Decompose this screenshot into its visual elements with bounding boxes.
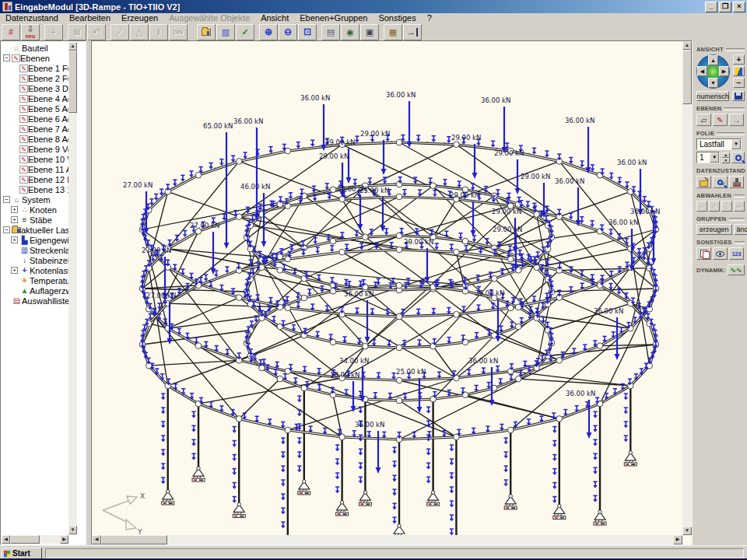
clean-data-button[interactable] (696, 176, 711, 188)
plane-select-button[interactable]: ▱ (696, 114, 711, 126)
tree-item-ebene-5-ach[interactable]: ✎Ebene 5 Ach (2, 103, 77, 114)
canvas-hscroll-track[interactable] (101, 535, 673, 544)
tree-item-stabeinzellas[interactable]: ↓Stabeinzellas (2, 255, 77, 265)
canvas-scroll-left[interactable]: ◀ (92, 535, 101, 544)
expand-icon[interactable]: + (11, 267, 18, 274)
maximize-button[interactable]: ❒ (719, 2, 731, 12)
canvas-hscroll-thumb[interactable] (101, 535, 167, 544)
menu-datenzustand[interactable]: Datenzustand (0, 13, 64, 23)
expand-icon[interactable]: + (11, 206, 18, 213)
tree-item-ebene-12-eg[interactable]: ✎Ebene 12 EG (2, 174, 77, 184)
tree-item-auflagerzwan[interactable]: ▲Auflagerzwan (2, 285, 77, 296)
plane-edit-button[interactable]: ✎ (713, 114, 728, 126)
rotate-right-button[interactable]: ▶ (719, 66, 729, 76)
menu-bearbeiten[interactable]: Bearbeiten (64, 13, 116, 23)
zoom-in-button[interactable]: ⊕ (259, 24, 278, 40)
tree-item-aktueller-lastfall[interactable]: −aktueller Lastfall (2, 225, 77, 235)
copy-pages-button[interactable] (696, 247, 711, 260)
menu-erzeugen[interactable]: Erzeugen (116, 13, 163, 23)
tree-item-ebene-2-fug[interactable]: ✎Ebene 2 Fug (2, 73, 77, 83)
tree-item-bauteil[interactable]: ⌂Bauteil (2, 43, 77, 53)
tree-scroll-up[interactable]: ▲ (68, 42, 77, 51)
plane-next-button[interactable]: → (729, 114, 744, 126)
canvas-scroll-down[interactable]: ▼ (682, 527, 692, 535)
model-canvas[interactable]: 65.00 kN36.00 kN36.00 kN36.00 kN36.00 kN… (91, 40, 693, 545)
tree-item-temperaturla[interactable]: ✳Temperaturla (2, 275, 77, 285)
tree-item-ebene-1-fun[interactable]: ✎Ebene 1 Fun (2, 63, 77, 73)
tree-item-system[interactable]: −⌂System (2, 194, 77, 205)
minimize-button[interactable]: _ (705, 2, 717, 12)
menu-ansicht[interactable]: Ansicht (255, 13, 294, 23)
rotate-up-button[interactable]: ▲ (708, 55, 718, 65)
collapse-icon[interactable]: − (3, 54, 10, 61)
tree-item-stäbe[interactable]: +≡Stäbe (2, 215, 77, 225)
rotate-view-control[interactable]: ▲ ◀ ▶ ▼ (696, 54, 730, 89)
canvas-vscroll-track[interactable] (682, 50, 692, 527)
collapse-icon[interactable]: − (3, 196, 10, 203)
tree-item-ebene-11-au[interactable]: ✎Ebene 11 Au (2, 164, 77, 174)
tree-item-knoten[interactable]: +∴Knoten (2, 205, 77, 215)
tree-item-auswahllisten[interactable]: ▤Auswahllisten (2, 296, 77, 306)
tree-scroll-right[interactable]: ▶ (60, 535, 68, 544)
collapse-icon[interactable]: − (3, 226, 10, 233)
tree-item-streckenlast[interactable]: ▥Streckenlast (2, 245, 77, 255)
view-button[interactable]: ◉ (341, 24, 359, 40)
numbering-button[interactable]: # (2, 24, 20, 40)
tree-vscroll-thumb[interactable] (68, 51, 77, 113)
check-data-button[interactable]: ✓ (713, 176, 728, 188)
tree-item-ebene-13-1c[interactable]: ✎Ebene 13 1C (2, 184, 77, 194)
tree-hscroll-thumb[interactable] (10, 535, 40, 544)
expand-icon[interactable]: + (11, 236, 18, 243)
tree-vscroll-track[interactable] (68, 51, 77, 526)
view-perspective-button[interactable] (733, 66, 745, 76)
tree-item-ebene-6-ach[interactable]: ✎Ebene 6 Ach (2, 114, 77, 124)
new-button[interactable]: ⇩neu (21, 24, 40, 40)
tree-item-ebene-9-ve[interactable]: ✎Ebene 9 Ve (2, 144, 77, 154)
folie-number-dropdown-icon[interactable]: ▼ (710, 152, 719, 163)
dynamics-button[interactable]: ∿∿ (728, 264, 745, 275)
expand-icon[interactable]: + (11, 216, 18, 223)
folie-type-dropdown-icon[interactable]: ▼ (731, 139, 741, 149)
folie-search-button[interactable] (731, 152, 745, 163)
menu--[interactable]: ? (422, 13, 437, 23)
folie-number-spinner[interactable]: ▲▼ (721, 152, 730, 163)
camera-button[interactable]: ▣ (360, 24, 379, 40)
manual-button[interactable]: ▦ (384, 24, 402, 40)
exit-button[interactable]: → (403, 24, 422, 40)
tree-item-ebene-8-ach[interactable]: ✎Ebene 8 Ach (2, 134, 77, 144)
start-button[interactable]: Start (2, 548, 42, 559)
print-button[interactable]: ▤ (321, 24, 340, 40)
visibility-button[interactable] (713, 247, 728, 260)
numeric-view-button[interactable]: numerisch (696, 91, 729, 101)
tree-item-knotenlasten[interactable]: ++Knotenlasten (2, 265, 77, 275)
menu-sonstiges[interactable]: Sonstiges (373, 13, 421, 23)
canvas-scroll-up[interactable]: ▲ (682, 41, 692, 50)
tree-item-ebene-4-ach[interactable]: ✎Ebene 4 Ach (2, 93, 77, 103)
save-view-button[interactable] (732, 91, 745, 101)
tree-item-ebene-7-ac[interactable]: ✎Ebene 7 Ac (2, 124, 77, 134)
menu-ebenen-gruppen[interactable]: Ebenen+Gruppen (294, 13, 373, 23)
open-button[interactable] (197, 24, 216, 40)
rotate-down-button[interactable]: ▼ (708, 78, 718, 88)
taskbar-tray[interactable] (45, 548, 744, 558)
norm-check-button[interactable]: ✓ (236, 24, 254, 40)
rotate-left-button[interactable]: ◀ (697, 66, 707, 76)
zoom-window-button[interactable]: ⊡ (298, 24, 317, 40)
folie-number-select[interactable]: 1 ▼ (696, 152, 720, 163)
canvas-vscroll-thumb[interactable] (682, 50, 692, 104)
view-zoom-in-button[interactable]: + (733, 54, 745, 65)
zoom-out-button[interactable]: ⊖ (279, 24, 297, 40)
canvas-scroll-right[interactable]: ▶ (673, 535, 682, 544)
dimension-button[interactable]: ▥ (216, 24, 235, 40)
tree-item-ebenen[interactable]: −✎Ebenen (2, 53, 77, 63)
group-create-button[interactable]: erzeugen (696, 224, 732, 235)
tree-scroll-left[interactable]: ◀ (2, 535, 10, 544)
stamp-data-button[interactable] (729, 176, 744, 188)
folie-type-select[interactable]: Lastfall ▼ (696, 138, 742, 150)
view-zoom-out-button[interactable]: − (733, 78, 745, 88)
tree-item-ebene-10-ve[interactable]: ✎Ebene 10 Ve (2, 154, 77, 164)
numbers-button[interactable]: 123 (729, 247, 744, 260)
close-button[interactable]: × (733, 2, 745, 12)
group-change-button[interactable]: ändern (734, 224, 747, 235)
tree-scroll-down[interactable]: ▼ (68, 526, 77, 534)
